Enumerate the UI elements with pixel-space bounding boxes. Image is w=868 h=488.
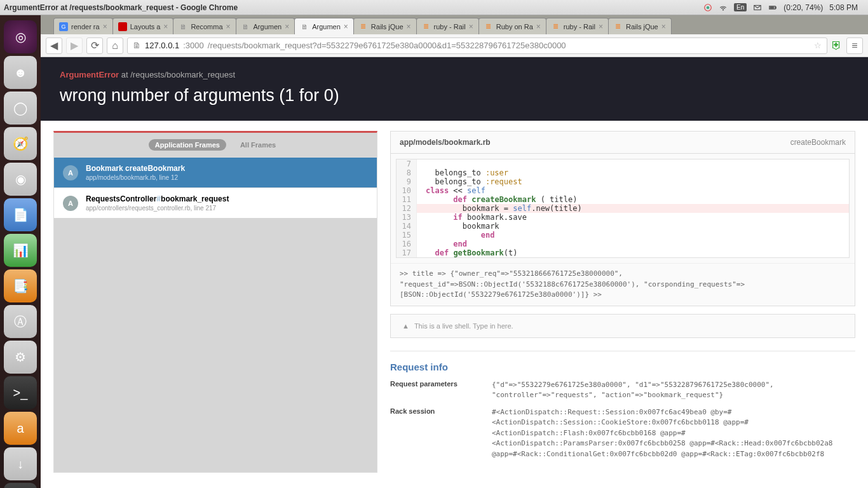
home-button[interactable]: ⌂ [107, 37, 123, 54]
request-params-label: Request parameters [390, 380, 492, 401]
close-icon[interactable]: × [469, 22, 473, 31]
error-location: at /requests/bookmark_request [119, 70, 235, 79]
svg-rect-6 [770, 6, 774, 8]
code-line: 15 end [397, 231, 849, 240]
code-line: 16 end [397, 240, 849, 248]
svg-point-2 [722, 9, 723, 10]
code-method: createBookmark [790, 138, 846, 147]
frame-badge: A [63, 196, 78, 211]
tab-label: ruby - Rail [434, 23, 466, 30]
code-line: 17 def getBookmark(t) [397, 248, 849, 257]
close-icon[interactable]: × [285, 22, 289, 31]
steam-icon[interactable]: ◐ [4, 483, 37, 488]
window-title: ArgumentError at /requests/bookmark_requ… [4, 3, 238, 12]
browser-tab[interactable]: ≣Rails jQue× [608, 18, 672, 34]
frames-panel: Application Frames All Frames ABookmark.… [53, 131, 377, 473]
browser-tab[interactable]: Grender ra× [53, 18, 113, 34]
amazon-icon[interactable]: a [4, 412, 37, 445]
tab-label: Ruby on Ra [496, 23, 533, 30]
tab-label: Rails jQue [371, 23, 403, 30]
browser-tab[interactable]: ≣Ruby on Ra× [478, 18, 546, 34]
address-bar[interactable]: 🗎 127.0.0.1:3000/requests/bookmark_reque… [127, 37, 827, 54]
reload-button[interactable]: ⟳ [86, 37, 103, 54]
tab-bar: Grender ra×Layouts a×🗎Recomma×🗎Argumen×🗎… [41, 15, 868, 34]
browser-tab[interactable]: ≣ruby - Rail× [546, 18, 609, 34]
stack-frame[interactable]: ABookmark.createBookmarkapp/models/bookm… [54, 157, 377, 187]
wifi-icon[interactable] [719, 3, 728, 12]
code-line: 9 belongs_to :request [397, 177, 849, 186]
os-menubar: ArgumentError at /requests/bookmark_requ… [0, 0, 868, 15]
battery-text: (0:20, 74%) [783, 3, 823, 12]
tab-label: ruby - Rail [564, 23, 595, 30]
code-line: 13 if bookmark.save [397, 213, 849, 222]
frame-path: app/controllers/requests_controller.rb, … [86, 205, 229, 212]
clock[interactable]: 5:08 PM [829, 3, 858, 12]
browser-tab[interactable]: 🗎Argumen× [294, 18, 354, 34]
code-line: 7 [397, 159, 849, 168]
browser-tab[interactable]: ≣ruby - Rail× [416, 18, 479, 34]
settings-icon[interactable]: ⚙ [4, 341, 37, 374]
appstore-icon[interactable]: Ⓐ [4, 305, 37, 338]
close-icon[interactable]: × [599, 22, 603, 31]
terminal-icon[interactable]: >_ [4, 376, 37, 409]
frame-badge: A [63, 165, 78, 180]
star-icon[interactable]: ☆ [814, 41, 822, 50]
error-header: ArgumentError at /requests/bookmark_requ… [41, 57, 868, 121]
svg-rect-5 [775, 6, 776, 8]
ubuntu-one-icon[interactable]: ◯ [4, 92, 37, 125]
battery-icon[interactable] [768, 3, 777, 12]
url-host: 127.0.0.1 [145, 41, 179, 50]
shell-caret-icon: ▲ [402, 322, 409, 330]
unity-launcher: ◎☻◯🧭◉📄📊📑Ⓐ⚙>_a↓◐ [0, 15, 41, 488]
browser-tab[interactable]: Layouts a× [112, 18, 174, 34]
stack-frame[interactable]: ARequestsController#bookmark_requestapp/… [54, 187, 377, 218]
back-button[interactable]: ◀ [46, 37, 62, 54]
url-toolbar: ◀ ▶ ⟳ ⌂ 🗎 127.0.0.1:3000/requests/bookma… [41, 34, 868, 57]
close-icon[interactable]: × [226, 22, 231, 31]
frame-path: app/models/bookmark.rb, line 12 [86, 174, 185, 181]
adblock-icon[interactable]: ⛨ [831, 39, 843, 52]
writer-icon[interactable]: 📄 [4, 198, 37, 231]
calc-icon[interactable]: 📊 [4, 234, 37, 267]
page-content: ArgumentError at /requests/bookmark_requ… [41, 57, 868, 488]
frame-title: Bookmark.createBookmark [86, 164, 185, 173]
chrome-window: Grender ra×Layouts a×🗎Recomma×🗎Argumen×🗎… [41, 15, 868, 488]
tab-label: render ra [71, 23, 100, 30]
close-icon[interactable]: × [661, 22, 666, 31]
frame-title: RequestsController#bookmark_request [86, 194, 229, 203]
downloads-icon[interactable]: ↓ [4, 447, 37, 480]
page-icon: 🗎 [133, 41, 141, 50]
url-port: :3000 [183, 41, 204, 50]
tab-label: Rails jQue [626, 23, 658, 30]
code-line: 14 bookmark [397, 222, 849, 231]
menu-button[interactable]: ≡ [846, 37, 863, 54]
error-message: wrong number of arguments (1 for 0) [60, 86, 849, 105]
live-shell[interactable]: ▲ This is a live shell. Type in here. [390, 314, 855, 338]
tab-all-frames[interactable]: All Frames [234, 139, 282, 151]
dash-icon[interactable]: ◎ [4, 20, 37, 53]
close-icon[interactable]: × [344, 22, 348, 31]
browser-tab[interactable]: 🗎Argumen× [236, 18, 295, 34]
browser-tab[interactable]: 🗎Recomma× [173, 18, 236, 34]
browser-tab[interactable]: ≣Rails jQue× [353, 18, 417, 34]
rack-session-value: #<ActionDispatch::Request::Session:0x007… [492, 407, 855, 460]
code-line: 8 belongs_to :user [397, 168, 849, 177]
safari-icon[interactable]: 🧭 [4, 127, 37, 160]
forward-button[interactable]: ▶ [66, 37, 83, 54]
tab-app-frames[interactable]: Application Frames [149, 139, 226, 151]
chrome-icon[interactable]: ◉ [4, 163, 37, 196]
lang-indicator[interactable]: En [734, 3, 747, 11]
finder-icon[interactable]: ☻ [4, 56, 37, 89]
tab-label: Argumen [254, 23, 282, 30]
url-path: /requests/bookmark_request?d=5532279e676… [208, 41, 566, 50]
impress-icon[interactable]: 📑 [4, 269, 37, 302]
rack-session-label: Rack session [390, 407, 492, 460]
code-line: 12 bookmark = self.new(title) [397, 204, 849, 213]
close-icon[interactable]: × [407, 22, 411, 31]
shell-hint: This is a live shell. Type in here. [414, 322, 513, 330]
close-icon[interactable]: × [163, 22, 168, 31]
mail-icon[interactable] [753, 3, 762, 12]
close-icon[interactable]: × [536, 22, 541, 31]
code-line: 11 def createBookmark ( title) [397, 195, 849, 204]
close-icon[interactable]: × [103, 22, 107, 31]
